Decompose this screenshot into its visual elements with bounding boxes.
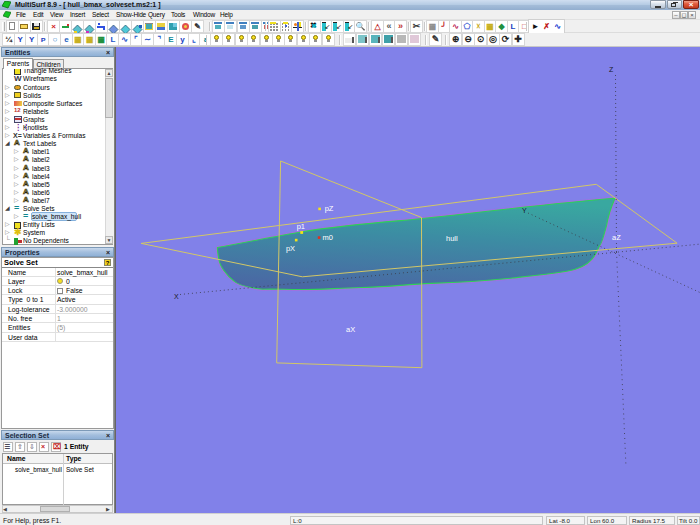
svg-text:aZ: aZ xyxy=(612,233,621,242)
svg-text:pZ: pZ xyxy=(325,204,334,213)
svg-text:X: X xyxy=(174,293,179,300)
svg-text:aX: aX xyxy=(346,325,355,334)
svg-text:m0: m0 xyxy=(322,233,332,242)
svg-text:hull: hull xyxy=(446,234,458,243)
svg-text:pX: pX xyxy=(286,244,295,253)
svg-text:p1: p1 xyxy=(297,222,305,231)
svg-text:Z: Z xyxy=(609,66,614,73)
svg-text:Y: Y xyxy=(522,207,527,214)
